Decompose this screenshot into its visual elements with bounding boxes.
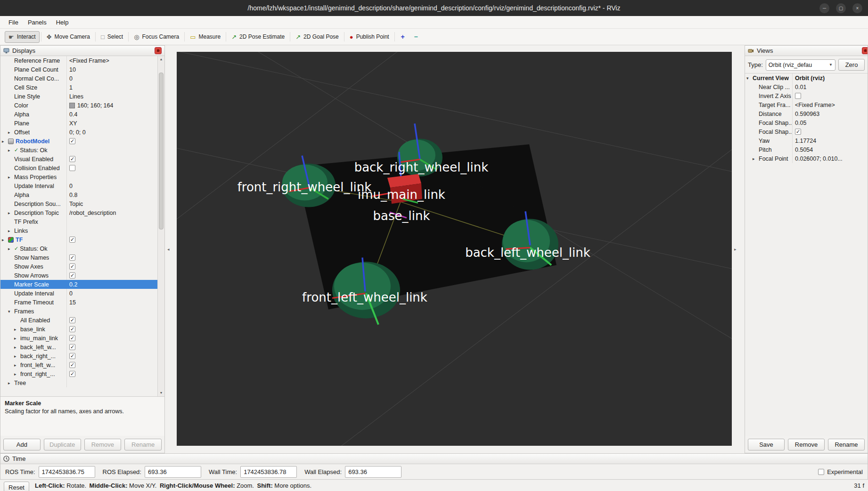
property-row-mass-properties[interactable]: ▸Mass Properties [0,172,157,181]
property-row-description-topic[interactable]: ▸Description Topic/robot_description [0,208,157,217]
maximize-icon[interactable]: ▢ [836,3,846,13]
checkbox-checked[interactable]: ✓ [69,326,75,332]
tool-2d-goal-pose[interactable]: ↗2D Goal Pose [292,31,343,43]
property-row-offset[interactable]: ▸Offset0; 0; 0 [0,128,157,137]
property-row-plane-cell-count[interactable]: Plane Cell Count10 [0,65,157,74]
property-row-all-enabled[interactable]: All Enabled✓ [0,316,157,325]
expander-right-icon[interactable]: ▸ [8,130,14,135]
rename-button[interactable]: Rename [828,439,865,450]
property-row-description-sou[interactable]: Description Sou...Topic [0,199,157,208]
menu-panels[interactable]: Panels [23,17,51,28]
property-row-invert-z-axis[interactable]: Invert Z Axis [745,91,868,100]
tool-select[interactable]: □Select [97,31,127,43]
checkbox-checked[interactable]: ✓ [69,254,75,261]
add-tool-button[interactable]: + [396,31,409,42]
views-panel-header[interactable]: Views [745,46,868,56]
3d-scene[interactable]: back_right_wheel_link front_right_wheel_… [177,52,732,446]
scroll-up-icon[interactable]: ▲ [158,56,164,63]
property-row-focal-shap[interactable]: Focal Shap...✓ [745,127,868,136]
expander-right-icon[interactable]: ▸ [14,372,20,376]
checkbox-checked[interactable]: ✓ [69,317,75,323]
checkbox-checked[interactable]: ✓ [69,344,75,350]
property-row-links[interactable]: ▸Links [0,226,157,235]
remove-tool-button[interactable]: − [409,31,423,42]
add-button[interactable]: Add [3,439,41,450]
property-row-show-arrows[interactable]: Show Arrows✓ [0,271,157,280]
expander-right-icon[interactable]: ▸ [2,237,8,242]
checkbox-checked[interactable]: ✓ [69,335,75,341]
expander-right-icon[interactable]: ▸ [753,156,759,161]
views-close-button[interactable] [862,47,868,54]
property-row-imu-main-link[interactable]: ▸imu_main_link✓ [0,334,157,343]
render-viewport[interactable]: back_right_wheel_link front_right_wheel_… [177,52,732,446]
property-row-alpha[interactable]: Alpha0.4 [0,110,157,119]
property-row-frame-timeout[interactable]: Frame Timeout15 [0,298,157,307]
view-type-combobox[interactable]: Orbit (rviz_defau ▼ [766,59,835,71]
property-row-tf[interactable]: ▸TF✓ [0,235,157,244]
displays-splitter[interactable]: ◂ [165,45,177,453]
expander-right-icon[interactable]: ▸ [8,229,14,233]
checkbox-checked[interactable]: ✓ [69,156,75,162]
time-field-value[interactable]: 693.36 [345,466,401,478]
property-row-show-names[interactable]: Show Names✓ [0,253,157,262]
property-row-front-left-w[interactable]: ▸front_left_w...✓ [0,360,157,369]
property-row-reference-frame[interactable]: Reference Frame<Fixed Frame> [0,56,157,65]
time-field-value[interactable]: 1742453836.75 [39,466,95,478]
checkbox-unchecked[interactable] [69,165,75,171]
experimental-checkbox[interactable] [818,469,824,475]
property-row-yaw[interactable]: Yaw1.17724 [745,136,868,145]
expander-right-icon[interactable]: ▸ [8,175,14,180]
checkbox-checked[interactable]: ✓ [69,362,75,368]
property-row-back-left-w[interactable]: ▸back_left_w...✓ [0,343,157,352]
property-row-status-ok[interactable]: ▸✓Status: Ok [0,146,157,155]
scrollbar-track[interactable] [158,63,164,390]
views-splitter[interactable]: ▸ [732,45,745,453]
property-row-alpha[interactable]: Alpha0.8 [0,190,157,199]
property-row-base-link[interactable]: ▸base_link✓ [0,325,157,334]
collapse-displays-handle[interactable]: ◂ [167,247,170,252]
tool-2d-pose-estimate[interactable]: ↗2D Pose Estimate [228,31,288,43]
checkbox-checked[interactable]: ✓ [69,272,75,278]
property-row-back-right[interactable]: ▸back_right_...✓ [0,352,157,360]
checkbox-checked[interactable]: ✓ [69,371,75,377]
menu-file[interactable]: File [4,17,23,28]
property-row-front-right[interactable]: ▸front_right_...✓ [0,369,157,378]
property-row-tf-prefix[interactable]: TF Prefix [0,217,157,226]
expander-right-icon[interactable]: ▸ [14,345,20,350]
property-row-normal-cell-co[interactable]: Normal Cell Co...0 [0,74,157,83]
displays-close-button[interactable] [155,47,162,54]
property-row-distance[interactable]: Distance0.590963 [745,109,868,118]
reset-button[interactable]: Reset [4,482,29,491]
displays-scrollbar[interactable]: ▲ ▼ [157,56,164,396]
tool-publish-point[interactable]: ●Publish Point [346,31,393,43]
checkbox-checked[interactable]: ✓ [795,129,801,135]
checkbox-checked[interactable]: ✓ [69,138,75,144]
save-button[interactable]: Save [748,439,785,450]
property-row-visual-enabled[interactable]: Visual Enabled✓ [0,155,157,164]
checkbox-checked[interactable]: ✓ [69,353,75,359]
property-row-near-clip[interactable]: Near Clip ...0.01 [745,82,868,91]
time-field-value[interactable]: 1742453836.78 [240,466,297,478]
property-row-tree[interactable]: ▸Tree [0,378,157,387]
property-row-robotmodel[interactable]: ▸RobotModel✓ [0,137,157,146]
zero-button[interactable]: Zero [838,59,865,71]
expander-right-icon[interactable]: ▸ [2,139,8,144]
scrollbar-thumb[interactable] [159,73,164,229]
tool-interact[interactable]: ☛Interact [5,31,40,43]
displays-panel-header[interactable]: Displays [0,46,164,56]
expander-right-icon[interactable]: ▸ [14,363,20,368]
property-row-frames[interactable]: ▾Frames [0,307,157,316]
tool-focus-camera[interactable]: ◎Focus Camera [130,31,183,43]
property-row-target-fra[interactable]: Target Fra...<Fixed Frame> [745,100,868,109]
time-panel-header[interactable]: Time [0,454,868,464]
property-row-focal-point[interactable]: ▸Focal Point0.026007; 0.010... [745,154,868,163]
collapse-views-handle[interactable]: ▸ [734,247,737,252]
property-row-show-axes[interactable]: Show Axes✓ [0,262,157,271]
checkbox-unchecked[interactable] [795,93,801,99]
property-row-collision-enabled[interactable]: Collision Enabled [0,164,157,172]
expander-down-icon[interactable]: ▾ [746,76,753,81]
property-row-update-interval[interactable]: Update Interval0 [0,289,157,298]
expander-right-icon[interactable]: ▸ [14,336,20,341]
checkbox-checked[interactable]: ✓ [69,263,75,270]
remove-button[interactable]: Remove [788,439,825,450]
